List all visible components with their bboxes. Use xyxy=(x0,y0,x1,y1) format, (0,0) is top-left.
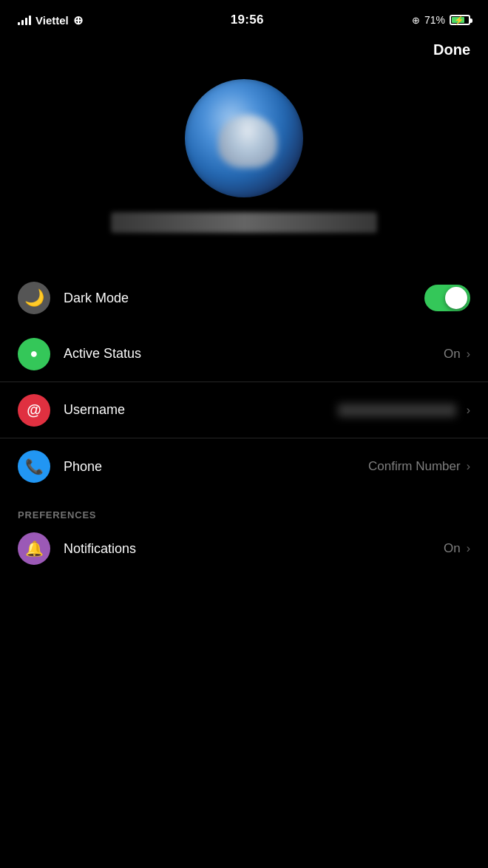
username-chevron: › xyxy=(467,404,470,417)
phone-chevron: › xyxy=(467,460,470,473)
signal-bars-icon xyxy=(18,15,31,25)
status-time: 19:56 xyxy=(231,13,264,27)
status-bar: Viettel ⊕ 19:56 ⊕ 71% ⚡ xyxy=(0,0,488,35)
carrier-label: Viettel xyxy=(35,14,69,27)
wifi-icon: ⊕ xyxy=(73,13,83,27)
dark-mode-item: 🌙 Dark Mode xyxy=(0,270,488,326)
avatar-figure xyxy=(218,115,277,168)
notifications-item[interactable]: 🔔 Notifications On › xyxy=(0,526,488,571)
bolt-icon: ⚡ xyxy=(454,16,464,25)
notifications-value: On xyxy=(444,541,461,556)
battery-icon: ⚡ xyxy=(450,15,470,25)
avatar[interactable] xyxy=(185,79,303,197)
dark-mode-icon: 🌙 xyxy=(18,282,50,314)
signal-bar-3 xyxy=(25,18,27,25)
toggle-knob xyxy=(445,287,467,309)
battery-container: ⚡ xyxy=(450,15,470,25)
username-icon: @ xyxy=(18,394,50,427)
active-status-item[interactable]: ● Active Status On › xyxy=(0,326,488,382)
done-button[interactable]: Done xyxy=(433,41,470,58)
signal-bar-1 xyxy=(18,22,20,25)
username-item[interactable]: @ Username › xyxy=(0,382,488,438)
active-status-icon: ● xyxy=(18,338,50,370)
phone-right: Confirm Number › xyxy=(368,459,470,474)
notifications-label: Notifications xyxy=(64,541,444,557)
notifications-right: On › xyxy=(444,541,470,556)
active-status-label: Active Status xyxy=(64,346,444,362)
preferences-header: PREFERENCES xyxy=(0,495,488,526)
username-label: Username xyxy=(64,402,338,418)
username-right: › xyxy=(338,404,470,417)
profile-name-blurred xyxy=(111,212,377,233)
battery-percent: 71% xyxy=(424,14,445,26)
active-status-value: On xyxy=(444,347,461,362)
phone-item[interactable]: 📞 Phone Confirm Number › xyxy=(0,438,488,495)
active-status-chevron: › xyxy=(467,347,470,361)
phone-icon: 📞 xyxy=(18,450,50,483)
dark-mode-label: Dark Mode xyxy=(64,291,424,306)
status-right: ⊕ 71% ⚡ xyxy=(412,14,470,26)
username-value-blurred xyxy=(338,404,456,417)
signal-bar-4 xyxy=(29,16,31,25)
settings-section: 🌙 Dark Mode ● Active Status On › @ Usern… xyxy=(0,270,488,495)
phone-value: Confirm Number xyxy=(368,459,461,474)
phone-label: Phone xyxy=(64,459,368,475)
header: Done xyxy=(0,35,488,67)
status-left: Viettel ⊕ xyxy=(18,13,83,27)
signal-bar-2 xyxy=(21,20,24,25)
notifications-icon: 🔔 xyxy=(18,532,50,565)
profile-section xyxy=(0,67,488,255)
dark-mode-toggle[interactable] xyxy=(424,285,470,311)
notifications-chevron: › xyxy=(467,542,470,555)
screen-record-icon: ⊕ xyxy=(412,15,420,26)
active-status-right: On › xyxy=(444,347,470,362)
